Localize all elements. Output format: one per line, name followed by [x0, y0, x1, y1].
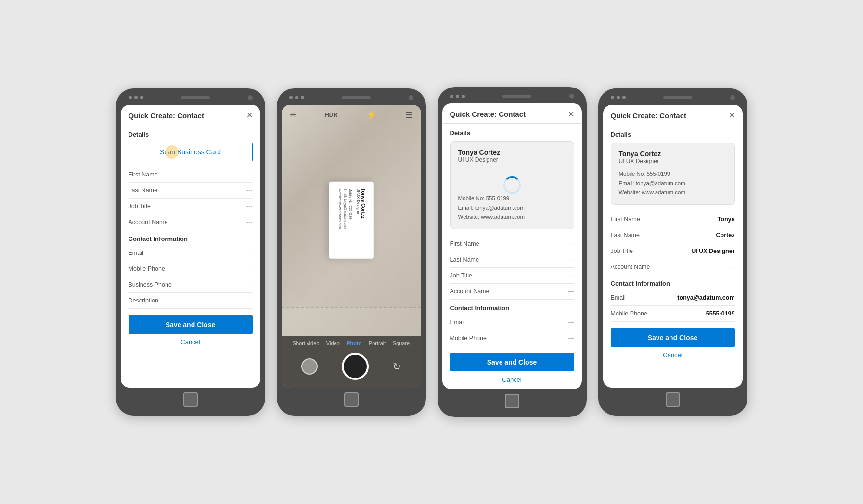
- dot-12: [622, 96, 626, 99]
- form-4-lastname-row: Last Name Cortez: [611, 227, 735, 243]
- form-3-save-button[interactable]: Save and Close: [450, 353, 574, 371]
- phone-2-bottom-bar: [282, 388, 421, 409]
- phone-2-home-button[interactable]: [344, 392, 359, 407]
- focus-rectangle: [282, 307, 421, 336]
- gallery-button[interactable]: [301, 358, 318, 375]
- camera-top-icons: ✳ HDR ⚡ ☰: [282, 105, 421, 125]
- camera-viewfinder: Tonya Cortez UI UX Designer Mobile No: 5…: [282, 105, 421, 336]
- form-1-close-button[interactable]: ✕: [246, 112, 253, 119]
- phone-3-screen: Quick Create: Contact ✕ Details Tonya Co…: [442, 103, 582, 389]
- form-3-header: Quick Create: Contact ✕: [442, 103, 582, 124]
- phone-2: ✳ HDR ⚡ ☰ Tonya Cortez UI UX Designer Mo…: [277, 88, 426, 416]
- phone-3: Quick Create: Contact ✕ Details Tonya Co…: [438, 87, 587, 417]
- form-3-lastname-value: ---: [568, 256, 574, 263]
- phone-2-top-bar: [282, 95, 421, 105]
- form-4-firstname-label: First Name: [611, 216, 640, 223]
- phone-4-home-button[interactable]: [666, 392, 680, 407]
- camera-card-name: Tonya Cortez: [360, 189, 365, 252]
- form-4-lastname-label: Last Name: [611, 232, 640, 239]
- biz-card-name-4: Tonya Cortez: [619, 150, 727, 158]
- camera-mode-photo[interactable]: Photo: [347, 340, 361, 346]
- phone-1-home-button[interactable]: [183, 392, 198, 407]
- form-3-accountname-value: ---: [568, 288, 574, 295]
- form-4-jobtitle-label: Job Title: [611, 248, 633, 254]
- phone-3-dots: [450, 95, 465, 98]
- form-1-save-button[interactable]: Save and Close: [129, 315, 253, 334]
- biz-card-title-3: UI UX Designer: [458, 156, 566, 163]
- form-3-firstname-row: First Name ---: [450, 236, 574, 252]
- phone-1-top-bar: [121, 95, 260, 105]
- form-3-firstname-value: ---: [568, 240, 574, 247]
- form-4-close-button[interactable]: ✕: [729, 112, 735, 119]
- form-4-title: Quick Create: Contact: [611, 112, 687, 120]
- form-4-header: Quick Create: Contact ✕: [603, 105, 743, 125]
- menu-icon: ☰: [405, 110, 413, 120]
- form-4-lastname-value: Cortez: [716, 232, 735, 239]
- form-3-body: Details Tonya Cortez UI UX Designer Mobi…: [442, 124, 582, 389]
- phone-4-screen: Quick Create: Contact ✕ Details Tonya Co…: [603, 105, 743, 388]
- form-3-mobile-label: Mobile Phone: [450, 335, 487, 341]
- form-3-title: Quick Create: Contact: [450, 110, 526, 118]
- biz-mobile-4: Mobile No: 555-0199: [619, 169, 727, 179]
- dot-6: [301, 96, 304, 99]
- loading-spinner: [503, 176, 521, 194]
- form-4-accountname-value: ---: [729, 264, 735, 270]
- phone-3-home-button[interactable]: [505, 394, 519, 408]
- flip-camera-icon[interactable]: ↻: [393, 361, 401, 372]
- form-3-email-value: ---: [568, 319, 574, 326]
- camera-mode-square[interactable]: Square: [393, 340, 410, 346]
- form-1-mobile-row: Mobile Phone ---: [129, 261, 253, 277]
- shutter-button[interactable]: [342, 353, 369, 380]
- biz-card-preview-3: Tonya Cortez UI UX Designer Mobile No: 5…: [450, 141, 574, 229]
- form-1-lastname-label: Last Name: [129, 187, 157, 194]
- form-4-mobile-value: 5555-0199: [706, 310, 735, 317]
- form-1-title: Quick Create: Contact: [129, 112, 205, 120]
- phone-4-top-bar: [603, 95, 743, 105]
- camera-mode-portrait[interactable]: Portrait: [369, 340, 386, 346]
- form-3-cancel-link[interactable]: Cancel: [450, 376, 574, 383]
- form-1-firstname-label: First Name: [129, 171, 158, 178]
- form-4-cancel-link[interactable]: Cancel: [611, 352, 735, 359]
- form-1-header: Quick Create: Contact ✕: [121, 105, 260, 125]
- biz-email-3: Email: tonya@adatum.com: [458, 203, 566, 213]
- phone-2-speaker: [342, 96, 371, 99]
- form-1-desc-value: ---: [246, 297, 253, 304]
- camera-mode-video[interactable]: Video: [326, 340, 340, 346]
- form-3-jobtitle-label: Job Title: [450, 272, 473, 279]
- form-1-email-label: Email: [129, 250, 143, 256]
- form-3-details-label: Details: [450, 129, 574, 137]
- dot-11: [617, 96, 620, 99]
- form-3-close-button[interactable]: ✕: [568, 111, 574, 118]
- form-1-business-row: Business Phone ---: [129, 277, 253, 293]
- biz-card-loading-spinner: [458, 168, 566, 194]
- form-1-business-value: ---: [246, 281, 253, 288]
- dot-1: [129, 96, 132, 99]
- form-1-jobtitle-value: ---: [246, 203, 253, 210]
- form-3-email-row: Email ---: [450, 315, 574, 330]
- camera-mode-shortvideo[interactable]: Short video: [293, 340, 320, 346]
- form-3-mobile-row: Mobile Phone ---: [450, 330, 574, 346]
- scene: Quick Create: Contact ✕ Details Scan Bus…: [116, 87, 747, 417]
- form-1-details-label: Details: [129, 131, 253, 138]
- form-1-cancel-link[interactable]: Cancel: [129, 339, 253, 346]
- form-1-mobile-value: ---: [246, 265, 253, 272]
- form-4-firstname-row: First Name Tonya: [611, 212, 735, 227]
- dot-10: [611, 96, 614, 99]
- form-4-email-label: Email: [611, 294, 626, 301]
- scan-business-card-button[interactable]: Scan Business Card: [129, 143, 253, 161]
- form-4-details-label: Details: [611, 131, 735, 138]
- form-4-jobtitle-value: UI UX Designer: [691, 248, 734, 254]
- phone-1-screen: Quick Create: Contact ✕ Details Scan Bus…: [121, 105, 260, 388]
- phone-2-camera: [409, 95, 413, 100]
- sun-icon: ✳: [289, 110, 296, 120]
- form-4-save-button[interactable]: Save and Close: [611, 328, 735, 347]
- hdr-icon: HDR: [325, 112, 337, 118]
- phone-2-camera-screen: ✳ HDR ⚡ ☰ Tonya Cortez UI UX Designer Mo…: [282, 105, 421, 388]
- camera-card-info: Mobile No: 555-0199 Email: tonya@adatum.…: [337, 189, 353, 252]
- form-1-accountname-row: Account Name ---: [129, 214, 253, 230]
- phone-2-dots: [289, 96, 304, 99]
- phone-1-camera: [248, 95, 253, 100]
- form-1-firstname-value: ---: [246, 171, 253, 178]
- form-4-jobtitle-row: Job Title UI UX Designer: [611, 243, 735, 259]
- dot-9: [462, 95, 465, 98]
